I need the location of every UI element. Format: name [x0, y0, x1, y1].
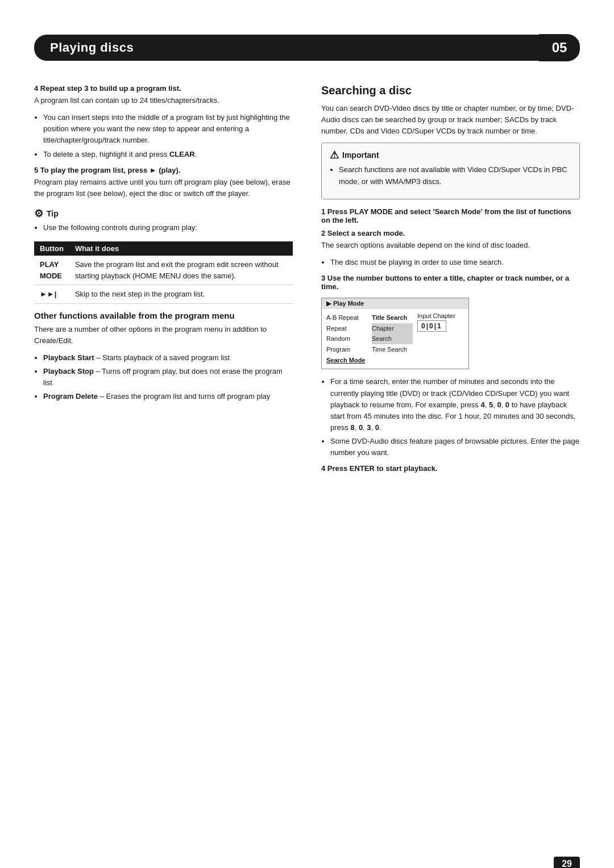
header-bar: Playing discs 05 — [34, 34, 580, 61]
play-mode-title: Play Mode — [333, 300, 364, 307]
important-bullets: Search functions are not available with … — [339, 164, 571, 187]
play-mode-content: A-B Repeat Repeat Random Program Search … — [322, 309, 468, 369]
table-row: ►►| Skip to the next step in the program… — [34, 285, 293, 304]
page-number: 29 — [554, 857, 580, 868]
right-step2-body: The search options available depend on t… — [321, 240, 580, 251]
input-chapter-display: 0|0|1 — [417, 320, 446, 332]
play-mode-item: Random — [326, 333, 367, 344]
controls-table: Button What it does PLAYMODE Save the pr… — [34, 241, 293, 304]
other-functions-body: There are a number of other options in t… — [34, 324, 293, 347]
page-container: Playing discs 05 4 Repeat step 3 to buil… — [0, 34, 614, 868]
important-header: ⚠ Important — [330, 149, 571, 161]
play-mode-right: Input Chapter 0|0|1 — [415, 311, 460, 366]
table-row: PLAYMODE Save the program list and exit … — [34, 256, 293, 285]
tip-icon: ⚙ — [34, 207, 43, 220]
play-mode-middle: Title Search Chapter Search Time Search — [370, 311, 415, 366]
right-step3-heading: 3 Use the number buttons to enter a titl… — [321, 274, 580, 291]
tip-bullets: Use the following controls during progra… — [43, 222, 293, 233]
table-col2: What it does — [69, 241, 293, 256]
content-area: 4 Repeat step 3 to build up a program li… — [34, 84, 580, 475]
play-mode-item: Search Mode — [326, 355, 367, 366]
table-cell-button-2: ►►| — [34, 285, 69, 304]
tip-bullet-1: Use the following controls during progra… — [43, 222, 293, 233]
right-step4-heading: 4 Press ENTER to start playback. — [321, 464, 580, 473]
play-mode-item: Repeat — [326, 323, 367, 334]
step4-bullet-1: You can insert steps into the middle of … — [43, 112, 293, 146]
important-bullet-1: Search functions are not available with … — [339, 164, 571, 187]
other-bullets: Playback Start – Starts playback of a sa… — [43, 352, 293, 403]
step5-body: Program play remains active until you tu… — [34, 177, 293, 199]
play-mode-left: A-B Repeat Repeat Random Program Search … — [324, 311, 370, 366]
chapter-title: Playing discs — [34, 35, 539, 61]
play-mode-icon: ▶ — [326, 300, 331, 307]
play-mode-middle-item: Time Search — [372, 344, 413, 355]
input-chapter-label: Input Chapter — [417, 312, 458, 319]
table-col1: Button — [34, 241, 69, 256]
right-step2-heading: 2 Select a search mode. — [321, 229, 580, 237]
chapter-number: 05 — [539, 34, 580, 61]
play-mode-item: A-B Repeat — [326, 312, 367, 323]
important-label: Important — [342, 151, 379, 160]
other-bullet-1: Playback Start – Starts playback of a sa… — [43, 352, 293, 364]
table-cell-desc-2: Skip to the next step in the program lis… — [69, 285, 293, 304]
right-column: Searching a disc You can search DVD-Vide… — [316, 84, 580, 475]
step5-heading: 5 To play the program list, press ► (pla… — [34, 166, 293, 174]
play-mode-title-bar: ▶ Play Mode — [322, 298, 468, 309]
other-bullet-3: Program Delete – Erases the program list… — [43, 391, 293, 402]
table-cell-desc-1: Save the program list and exit the progr… — [69, 256, 293, 285]
play-mode-middle-item: Title Search — [372, 312, 413, 323]
important-box: ⚠ Important Search functions are not ava… — [321, 143, 580, 199]
step4-body: A program list can contain up to 24 titl… — [34, 95, 293, 106]
other-bullet-2: Playback Stop – Turns off program play, … — [43, 366, 293, 389]
section-heading: Searching a disc — [321, 84, 580, 97]
time-search-notes: For a time search, enter the number of m… — [330, 376, 580, 458]
table-cell-button-1: PLAYMODE — [34, 256, 69, 285]
play-mode-box: ▶ Play Mode A-B Repeat Repeat Random Pro… — [321, 298, 469, 369]
left-column: 4 Repeat step 3 to build up a program li… — [34, 84, 293, 475]
right-step2-bullets: The disc must be playing in order to use… — [330, 257, 580, 268]
right-step2-bullet-1: The disc must be playing in order to use… — [330, 257, 580, 268]
play-mode-item: Program — [326, 344, 367, 355]
step4-bullet-2: To delete a step, highlight it and press… — [43, 149, 293, 160]
important-icon: ⚠ — [330, 149, 339, 161]
step4-bullets: You can insert steps into the middle of … — [43, 112, 293, 160]
other-functions-heading: Other functions available from the progr… — [34, 311, 293, 320]
right-step1-heading: 1 Press PLAY MODE and select 'Search Mod… — [321, 207, 580, 224]
tip-header: ⚙ Tip — [34, 207, 293, 220]
play-mode-middle-item: Chapter Search — [372, 323, 413, 344]
tip-label: Tip — [47, 209, 59, 218]
step4-heading: 4 Repeat step 3 to build up a program li… — [34, 84, 293, 93]
section-body: You can search DVD-Video discs by title … — [321, 103, 580, 137]
time-search-note: For a time search, enter the number of m… — [330, 376, 580, 433]
tip-box: ⚙ Tip Use the following controls during … — [34, 207, 293, 233]
dvd-audio-note: Some DVD-Audio discs feature pages of br… — [330, 436, 580, 458]
page-footer: 29 En — [554, 857, 580, 868]
